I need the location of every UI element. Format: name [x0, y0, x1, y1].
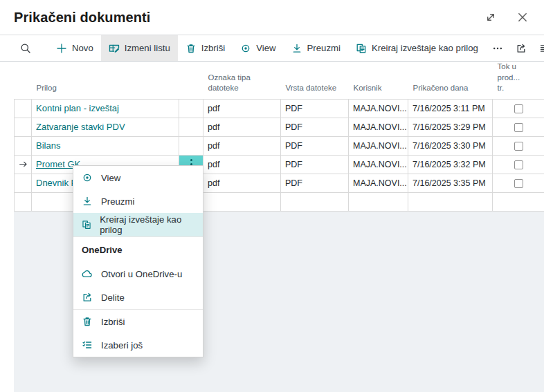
prilog-link[interactable]: Bilans	[36, 140, 60, 151]
close-dialog-button[interactable]	[515, 10, 530, 25]
menu-item-label: Kreiraj izveštaje kao prilog	[100, 214, 194, 235]
page-title: Prikačeni dokumenti	[14, 10, 151, 26]
menu-item-label: Preuzmi	[101, 196, 134, 207]
column-header-rowmenu	[179, 62, 203, 99]
row-checkbox[interactable]	[514, 123, 523, 132]
share-icon	[516, 43, 527, 54]
share-button[interactable]	[509, 35, 533, 61]
table-row[interactable]: Zatvaranje stavki PDV pdf PDF MAJA.NOVI.…	[15, 118, 544, 136]
cell-vrsta[interactable]: PDF	[281, 174, 349, 192]
cell-korisnik[interactable]: MAJA.NOVI...	[349, 136, 408, 155]
menu-item-view[interactable]: View	[73, 166, 203, 189]
column-header-korisnik[interactable]: Korisnik	[349, 62, 408, 99]
cell-prikaceno[interactable]: 7/16/2025 3:32 PM	[408, 155, 493, 174]
new-button-label: Novo	[72, 43, 93, 53]
row-checkbox[interactable]	[514, 179, 523, 188]
row-selector-cell[interactable]	[15, 99, 32, 118]
menu-item-label: Izaberi još	[101, 340, 143, 351]
menu-item-label: View	[101, 173, 120, 183]
trash-icon	[185, 43, 197, 54]
cell-vrsta[interactable]: PDF	[281, 136, 349, 155]
menu-item-share[interactable]: Delite	[73, 286, 203, 309]
eye-icon	[240, 43, 251, 54]
menu-item-label: Delite	[101, 292, 125, 303]
menu-section-label: OneDrive	[82, 245, 123, 255]
row-selector-cell[interactable]	[15, 118, 32, 136]
row-selector-cell[interactable]	[15, 174, 32, 192]
row-checkbox[interactable]	[514, 160, 523, 169]
cell-vrsta[interactable]: PDF	[281, 99, 349, 118]
cell-prikaceno[interactable]: 7/16/2025 3:29 PM	[408, 118, 493, 136]
delete-button[interactable]: Izbriši	[178, 35, 233, 61]
action-toolbar: Novo Izmeni listu Izbriši View Preuzmi K…	[0, 35, 544, 62]
menu-item-create-reports[interactable]: Kreiraj izveštaje kao prilog	[73, 213, 203, 236]
edit-list-label: Izmeni listu	[125, 43, 170, 53]
cell-prikaceno[interactable]: 7/16/2025 3:11 PM	[408, 99, 493, 118]
cell-oznaka[interactable]: pdf	[203, 118, 281, 136]
cell-oznaka[interactable]: pdf	[203, 99, 281, 118]
table-row[interactable]: Bilans pdf PDF MAJA.NOVI... 7/16/2025 3:…	[15, 136, 544, 155]
cell-oznaka[interactable]: pdf	[203, 155, 281, 174]
column-header-tok[interactable]: Tok u prod... tr.	[493, 62, 544, 99]
prilog-link[interactable]: Dnevnik P	[36, 178, 77, 188]
prilog-link[interactable]: Kontni plan - izveštaj	[36, 103, 119, 113]
expand-icon	[484, 11, 497, 24]
cell-oznaka[interactable]: pdf	[203, 136, 281, 155]
report-icon	[82, 219, 91, 230]
view-button[interactable]: View	[233, 35, 283, 61]
row-menu-cell	[179, 118, 203, 136]
menu-item-select-more[interactable]: Izaberi još	[73, 333, 203, 357]
download-icon	[291, 43, 302, 54]
row-selector-cell[interactable]	[15, 155, 32, 174]
cell-vrsta[interactable]: PDF	[281, 118, 349, 136]
download-button[interactable]: Preuzmi	[284, 35, 348, 61]
new-button[interactable]: Novo	[48, 35, 101, 61]
menu-item-download[interactable]: Preuzmi	[73, 189, 203, 213]
list-icon	[539, 43, 544, 54]
cell-vrsta[interactable]: PDF	[281, 155, 349, 174]
row-checkbox[interactable]	[514, 104, 523, 113]
menu-item-label: Otvori u OneDrive-u	[101, 269, 182, 279]
more-options-button[interactable]	[486, 35, 509, 61]
menu-item-open-in-onedrive[interactable]: Otvori u OneDrive-u	[73, 262, 203, 286]
create-reports-button[interactable]: Kreiraj izveštaje kao prilog	[348, 35, 486, 61]
titlebar-actions	[483, 10, 530, 25]
cell-oznaka[interactable]: pdf	[203, 174, 281, 192]
column-header-prilog[interactable]: Prilog	[32, 62, 179, 99]
table-row[interactable]: Kontni plan - izveštaj pdf PDF MAJA.NOVI…	[15, 99, 544, 118]
row-selector-cell[interactable]	[15, 136, 32, 155]
edit-list-icon	[109, 43, 120, 54]
cell-prikaceno[interactable]: 7/16/2025 3:30 PM	[408, 136, 493, 155]
column-header-vrsta[interactable]: Vrsta datoteke	[281, 62, 349, 99]
plus-icon	[56, 43, 67, 54]
report-icon	[356, 43, 367, 54]
cell-korisnik[interactable]: MAJA.NOVI...	[349, 174, 408, 192]
create-reports-label: Kreiraj izveštaje kao prilog	[372, 43, 478, 53]
cell-korisnik[interactable]: MAJA.NOVI...	[349, 99, 408, 118]
show-as-list-button[interactable]	[533, 35, 544, 61]
cloud-icon	[82, 268, 93, 279]
expand-dialog-button[interactable]	[483, 10, 498, 25]
context-menu: View Preuzmi Kreiraj izveštaje kao prilo…	[73, 165, 203, 357]
prilog-link[interactable]: Zatvaranje stavki PDV	[36, 122, 125, 132]
table-header-row: Prilog Oznaka tipa datoteke Vrsta datote…	[15, 62, 544, 99]
cell-korisnik[interactable]: MAJA.NOVI...	[349, 155, 408, 174]
menu-item-delete[interactable]: Izbriši	[73, 310, 203, 333]
view-label: View	[256, 43, 275, 53]
eye-icon	[82, 172, 93, 183]
dialog-titlebar: Prikačeni dokumenti	[0, 0, 544, 35]
current-row-arrow-icon	[18, 159, 28, 169]
column-header-oznaka[interactable]: Oznaka tipa datoteke	[203, 62, 281, 99]
row-menu-cell	[179, 99, 203, 118]
trash-icon	[82, 316, 93, 327]
edit-list-button[interactable]: Izmeni listu	[101, 35, 178, 61]
ellipsis-icon	[492, 43, 503, 54]
close-icon	[516, 11, 529, 24]
row-checkbox[interactable]	[514, 142, 523, 151]
cell-prikaceno[interactable]: 7/16/2025 3:35 PM	[408, 174, 493, 192]
cell-korisnik[interactable]: MAJA.NOVI...	[349, 118, 408, 136]
search-button[interactable]	[14, 35, 37, 61]
column-header-prikaceno[interactable]: Prikačeno dana	[408, 62, 493, 99]
row-menu-cell	[179, 136, 203, 155]
multiselect-icon	[82, 339, 93, 351]
